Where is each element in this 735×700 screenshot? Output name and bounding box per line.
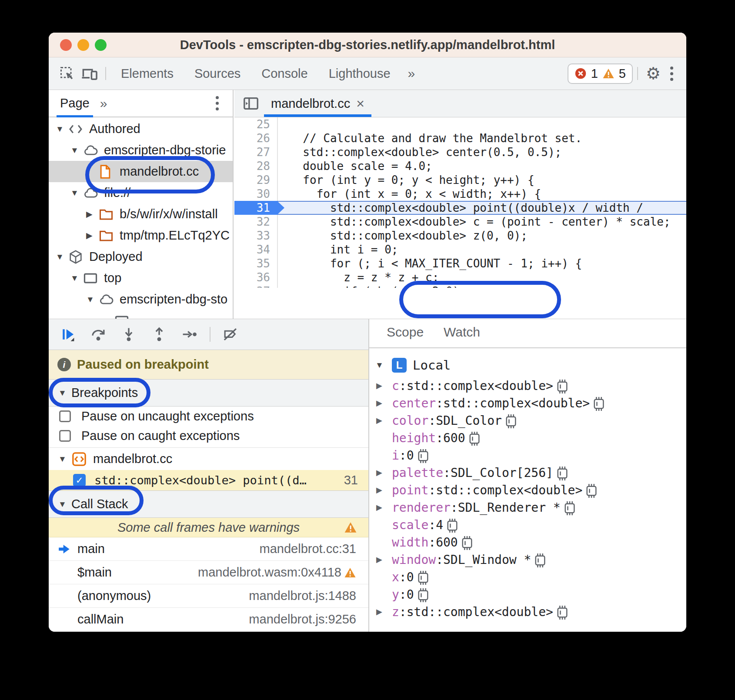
tree-item[interactable]: b/s/w/ir/x/w/install <box>49 203 233 225</box>
panel-tab[interactable]: Elements <box>110 57 184 90</box>
frame-location[interactable]: mandelbrot.js:1488 <box>249 589 356 603</box>
group-collapse-icon[interactable] <box>58 454 71 464</box>
memory-inspector-icon[interactable] <box>534 553 547 567</box>
expand-arrow-icon[interactable]: ▶ <box>376 416 382 425</box>
close-tab-icon[interactable]: × <box>356 96 364 112</box>
code-line[interactable]: 27 std::complex<double> center(0.5, 0.5)… <box>234 145 686 159</box>
frame-location[interactable]: mandelbrot.wasm:0x4118 <box>198 565 356 580</box>
code-line[interactable]: 36 z = z * z + c; <box>234 270 686 284</box>
tree-item[interactable]: tmp/tmp.ELcTq2YC <box>49 225 233 246</box>
disclosure-triangle-icon[interactable] <box>70 273 84 283</box>
memory-inspector-icon[interactable] <box>504 414 518 428</box>
code-line[interactable]: 25 <box>234 117 686 131</box>
tree-item[interactable]: Authored <box>49 118 233 140</box>
memory-inspector-icon[interactable] <box>468 432 481 446</box>
disclosure-triangle-icon[interactable] <box>56 252 69 262</box>
call-stack-frame[interactable]: (anonymous) mandelbrot.js:1488 <box>49 584 368 608</box>
expand-arrow-icon[interactable]: ▶ <box>376 381 382 390</box>
call-stack-frame[interactable]: $main mandelbrot.wasm:0x4118 <box>49 561 368 584</box>
memory-inspector-icon[interactable] <box>556 467 569 480</box>
toggle-device-toolbar-button[interactable] <box>78 62 101 85</box>
deactivate-breakpoints-button[interactable] <box>218 323 243 346</box>
scope-variable-row[interactable]: width: 600 <box>369 533 686 551</box>
call-stack-frame[interactable]: callMain mandelbrot.js:9256 <box>49 608 368 631</box>
line-number[interactable]: 34 <box>234 243 278 257</box>
panel-tab[interactable]: Lighthouse <box>318 57 401 90</box>
line-number[interactable]: 29 <box>234 173 278 187</box>
code-line[interactable]: 35 for (; i < MAX_ITER_COUNT - 1; i++) { <box>234 257 686 270</box>
expand-arrow-icon[interactable]: ▶ <box>376 607 382 617</box>
step-button[interactable] <box>177 323 202 346</box>
expand-arrow-icon[interactable]: ▶ <box>376 555 382 564</box>
resume-button[interactable] <box>56 323 80 346</box>
source-tab-mandelbrot[interactable]: mandelbrot.cc × <box>262 90 373 117</box>
scope-local-section[interactable]: L Local <box>375 358 686 373</box>
tree-item[interactable]: Deployed <box>49 246 233 267</box>
scope-tab[interactable]: Scope <box>381 325 429 347</box>
call-stack-section-header[interactable]: Call Stack <box>49 490 368 518</box>
code-editor[interactable]: 25 26 // Calculate and draw the Mandelbr… <box>234 117 686 288</box>
disclosure-triangle-icon[interactable] <box>86 295 99 304</box>
section-collapse-icon[interactable] <box>58 388 71 398</box>
step-out-button[interactable] <box>147 323 171 346</box>
tree-item[interactable]: emscripten-dbg-sto <box>49 289 233 310</box>
scope-variable-row[interactable]: ▶ center: std::complex<double> <box>369 394 686 412</box>
inspect-element-button[interactable] <box>56 62 78 85</box>
issues-badge[interactable]: 1 5 <box>568 63 633 84</box>
expand-arrow-icon[interactable]: ▶ <box>376 468 382 477</box>
breakpoint-checkbox-checked[interactable]: ✓ <box>73 474 86 487</box>
line-number[interactable]: 35 <box>234 257 278 270</box>
code-line[interactable]: 29 for (int y = 0; y < height; y++) { <box>234 173 686 187</box>
frame-location[interactable]: mandelbrot.js:9256 <box>249 612 356 627</box>
scope-variable-row[interactable]: height: 600 <box>369 429 686 447</box>
line-number[interactable]: 32 <box>234 215 278 229</box>
scope-variable-row[interactable]: ▶ color: SDL_Color <box>369 412 686 429</box>
scope-tab[interactable]: Watch <box>438 325 485 347</box>
expand-arrow-icon[interactable]: ▶ <box>376 485 382 495</box>
traffic-light-close-button[interactable] <box>60 39 72 51</box>
scope-collapse-icon[interactable] <box>375 360 386 370</box>
disclosure-triangle-icon[interactable] <box>70 146 84 155</box>
breakpoint-file-group[interactable]: mandelbrot.cc <box>49 447 368 470</box>
code-line[interactable]: 32 std::complex<double> c = (point - cen… <box>234 215 686 229</box>
navigator-more-tabs-button[interactable]: » <box>93 96 113 111</box>
disclosure-triangle-icon[interactable] <box>86 209 99 219</box>
expand-arrow-icon[interactable]: ▶ <box>376 398 382 408</box>
scope-variable-row[interactable]: y: 0 <box>369 586 686 603</box>
exception-checkbox-row[interactable]: Pause on uncaught exceptions <box>49 407 368 426</box>
customize-devtools-button[interactable] <box>664 67 679 81</box>
scope-variable-row[interactable]: ▶ window: SDL_Window * <box>369 551 686 568</box>
tree-item[interactable]: top <box>49 267 233 289</box>
memory-inspector-icon[interactable] <box>563 501 576 515</box>
tree-item[interactable] <box>49 310 233 319</box>
memory-inspector-icon[interactable] <box>461 536 474 550</box>
breakpoint-entry[interactable]: ✓ std::complex<double> point((d… 31 <box>49 470 368 490</box>
scope-variable-row[interactable]: ▶ renderer: SDL_Renderer * <box>369 499 686 516</box>
panel-tab[interactable]: Sources <box>184 57 251 90</box>
section-collapse-icon[interactable] <box>58 500 71 509</box>
traffic-light-minimize-button[interactable] <box>77 39 89 51</box>
memory-inspector-icon[interactable] <box>446 519 459 533</box>
memory-inspector-icon[interactable] <box>556 606 569 620</box>
line-number[interactable]: 37 <box>234 284 278 288</box>
tree-item[interactable]: emscripten-dbg-storie <box>49 140 233 161</box>
checkbox-unchecked[interactable] <box>59 410 71 422</box>
code-line[interactable]: 26 // Calculate and draw the Mandelbrot … <box>234 131 686 145</box>
tab-page[interactable]: Page <box>57 90 93 117</box>
line-number[interactable]: 26 <box>234 131 278 145</box>
line-number[interactable]: 28 <box>234 159 278 173</box>
scope-variable-row[interactable]: ▶ palette: SDL_Color[256] <box>369 464 686 481</box>
code-line[interactable]: 28 double scale = 4.0; <box>234 159 686 173</box>
code-line[interactable]: 37 if (abs(z) > 2.0) <box>234 284 686 288</box>
code-line[interactable]: 30 for (int x = 0; x < width; x++) { <box>234 187 686 201</box>
scope-variable-row[interactable]: ▶ point: std::complex<double> <box>369 481 686 499</box>
exception-checkbox-row[interactable]: Pause on caught exceptions <box>49 426 368 446</box>
line-number[interactable]: 25 <box>234 117 278 131</box>
step-over-button[interactable] <box>86 323 110 346</box>
tree-item[interactable]: mandelbrot.cc <box>49 161 233 182</box>
scope-variable-row[interactable]: ▶ c: std::complex<double> <box>369 377 686 394</box>
scope-variable-row[interactable]: ▶ z: std::complex<double> <box>369 603 686 620</box>
scope-variable-row[interactable]: x: 0 <box>369 568 686 586</box>
checkbox-unchecked[interactable] <box>59 430 71 442</box>
line-number[interactable]: 30 <box>234 187 278 201</box>
